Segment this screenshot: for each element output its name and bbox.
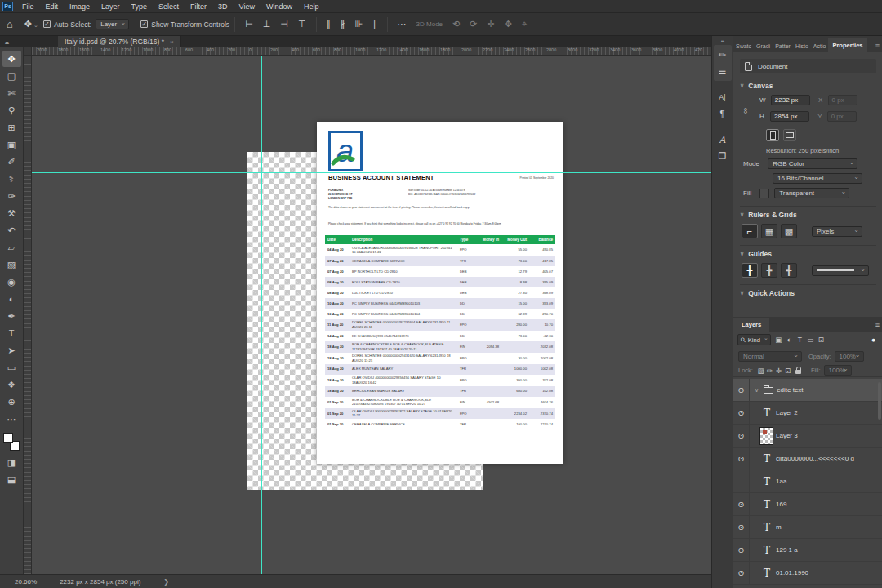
- filter-pixel-icon[interactable]: ▣: [773, 335, 784, 345]
- filter-smart-object-icon[interactable]: ⊡: [816, 335, 826, 345]
- lock-guides-icon[interactable]: ╊: [761, 263, 777, 278]
- layer-visibility-toggle[interactable]: ʘ: [733, 425, 750, 447]
- history-brush-tool[interactable]: ↶: [2, 222, 21, 238]
- bit-depth-dropdown[interactable]: 16 Bits/Channel: [773, 173, 862, 184]
- adjustments-dock-icon[interactable]: ⚌: [715, 63, 731, 79]
- eyedropper-tool[interactable]: ✐: [2, 154, 21, 170]
- layer-visibility-toggle[interactable]: ʘ: [733, 562, 750, 584]
- layer-name[interactable]: m: [776, 523, 782, 531]
- camera-3d-icon[interactable]: ⌖: [517, 19, 532, 29]
- y-field[interactable]: 0 px: [827, 111, 857, 122]
- layers-menu-icon[interactable]: ≡: [872, 321, 882, 332]
- auto-select-checkbox[interactable]: ✓: [43, 20, 51, 28]
- type-tool[interactable]: T: [2, 325, 21, 341]
- zoom-level[interactable]: 20.66%: [15, 578, 37, 586]
- gradient-tool[interactable]: ▨: [2, 256, 21, 273]
- layer-row[interactable]: ʘTLayer 2: [733, 402, 882, 425]
- blend-mode-dropdown[interactable]: Normal: [738, 351, 802, 362]
- align-horizontal-centers-icon[interactable]: ⊥: [258, 19, 276, 29]
- rulers-icon[interactable]: ⌐: [742, 224, 758, 238]
- tab-swatc[interactable]: Swatc: [733, 40, 754, 52]
- menu-filter[interactable]: Filter: [185, 0, 212, 13]
- roll-3d-icon[interactable]: ⟳: [465, 19, 482, 29]
- path-selection-tool[interactable]: ➤: [2, 342, 21, 359]
- landscape-orientation-button[interactable]: [783, 129, 796, 141]
- healing-brush-tool[interactable]: ⚕: [2, 171, 21, 187]
- horizontal-ruler[interactable]: 2000180016001400120010008006004002000200…: [32, 47, 711, 56]
- distribute-left-icon[interactable]: ∥: [322, 19, 336, 29]
- grid-icon[interactable]: ▦: [761, 224, 777, 238]
- menu-select[interactable]: Select: [153, 0, 185, 13]
- dodge-tool[interactable]: ◐: [2, 291, 21, 307]
- paragraph-panel-icon[interactable]: ¶: [715, 105, 731, 122]
- tab-patter[interactable]: Patter: [773, 40, 793, 52]
- lock-position-icon[interactable]: ✛: [774, 365, 783, 376]
- more-options-icon[interactable]: ⋯: [393, 19, 412, 29]
- tab-properties[interactable]: Properties: [828, 38, 866, 52]
- ruler-origin-corner[interactable]: [24, 47, 32, 56]
- tab-gradi[interactable]: Gradi: [754, 40, 773, 52]
- expand-panels-icon[interactable]: ▴▴: [720, 36, 724, 45]
- fill-dropdown[interactable]: Transparent: [774, 188, 849, 198]
- guide-style-dropdown[interactable]: [812, 265, 869, 276]
- brush-tool[interactable]: ✑: [2, 188, 21, 204]
- distribute-centers-icon[interactable]: ∦: [336, 19, 350, 29]
- layer-fill-field[interactable]: 100%: [824, 365, 852, 376]
- tab-actio[interactable]: Actio: [811, 40, 829, 52]
- canvas-section-header[interactable]: ∨Canvas: [740, 82, 773, 90]
- align-top-edges-icon[interactable]: ⊤: [293, 19, 311, 29]
- home-icon[interactable]: ⌂: [0, 18, 20, 30]
- character-panel-icon[interactable]: A|: [715, 89, 731, 105]
- layer-name[interactable]: 169: [776, 501, 786, 508]
- tab-layers[interactable]: Layers: [733, 318, 769, 332]
- new-guide-icon[interactable]: ╂: [742, 263, 758, 278]
- drag-3d-icon[interactable]: ✛: [483, 19, 500, 29]
- clear-guides-icon[interactable]: ╉: [781, 263, 797, 278]
- layer-row[interactable]: ʘLayer 3: [733, 425, 882, 448]
- orbit-3d-icon[interactable]: ⟲: [448, 19, 465, 29]
- layer-visibility-toggle[interactable]: ʘ: [733, 379, 750, 401]
- layer-name[interactable]: Layer 3: [776, 432, 798, 439]
- menu-type[interactable]: Type: [126, 0, 154, 13]
- menu-layer[interactable]: Layer: [96, 0, 126, 13]
- zoom-tool[interactable]: ⊕: [2, 394, 21, 410]
- layer-row[interactable]: ʘTcilta0000000...<<<<<<<0 d: [733, 448, 882, 470]
- layer-name[interactable]: cilta0000000...<<<<<<<0 d: [776, 455, 854, 462]
- tab-histo[interactable]: Histo: [793, 40, 811, 52]
- layer-name[interactable]: 01.01.1990: [776, 569, 808, 577]
- layer-row[interactable]: ʘT129 1 a: [733, 539, 882, 562]
- layers-scrollbar[interactable]: [878, 382, 881, 420]
- layer-thumbnail[interactable]: [760, 427, 773, 445]
- collapse-panels-icon[interactable]: ▴▴: [0, 39, 13, 45]
- layer-visibility-toggle[interactable]: ʘ: [733, 516, 750, 538]
- lock-artboard-icon[interactable]: ⊡: [783, 365, 792, 376]
- filter-shape-icon[interactable]: ▭: [805, 335, 816, 345]
- blur-tool[interactable]: ◉: [2, 274, 21, 290]
- filter-toggle[interactable]: ●: [868, 335, 879, 345]
- canvas-area[interactable]: a BUSINESS ACCOUNT STATEMENT Printed 01 …: [32, 56, 711, 574]
- edit-toolbar[interactable]: ⋯: [2, 411, 21, 427]
- rulers-grids-section-header[interactable]: ∨Rulers & Grids: [740, 211, 797, 219]
- layer-name[interactable]: Layer 2: [776, 409, 798, 416]
- filter-type-icon[interactable]: T: [795, 335, 805, 345]
- libraries-panel-icon[interactable]: ❒: [715, 148, 731, 164]
- pen-tool[interactable]: ✒: [2, 308, 21, 324]
- quick-mask-icon[interactable]: ◨: [2, 454, 21, 470]
- vertical-guide[interactable]: [465, 56, 466, 574]
- quick-actions-section-header[interactable]: ∨Quick Actions: [740, 289, 795, 297]
- menu-help[interactable]: Help: [298, 0, 325, 13]
- layer-row[interactable]: ʘ∨edite text: [733, 379, 882, 402]
- pixel-grid-icon[interactable]: ▩: [781, 224, 797, 238]
- foreground-color-swatch[interactable]: [3, 433, 13, 443]
- panel-menu-icon[interactable]: ≡: [872, 42, 882, 52]
- properties-target-row[interactable]: Document: [740, 59, 876, 74]
- distribute-vertical-icon[interactable]: ∣: [368, 19, 382, 29]
- opacity-field[interactable]: 100%: [835, 351, 864, 362]
- layer-row[interactable]: ʘTm: [733, 516, 882, 539]
- clone-stamp-tool[interactable]: ⚒: [2, 205, 21, 221]
- crop-tool[interactable]: ⊞: [2, 119, 21, 136]
- move-tool-preset-icon[interactable]: ✥ ⌄: [20, 19, 43, 29]
- move-tool[interactable]: ✥: [2, 51, 21, 67]
- document-tab[interactable]: Italy id.psd @ 20.7% (RGB/16) * ×: [58, 36, 181, 47]
- lock-all-icon[interactable]: [795, 370, 801, 374]
